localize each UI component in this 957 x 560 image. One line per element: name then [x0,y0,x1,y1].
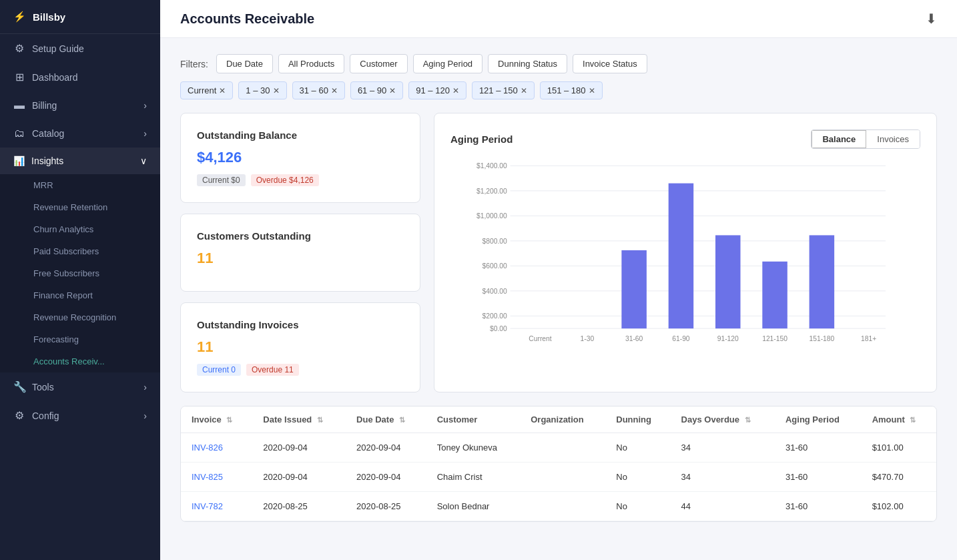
sidebar-item-insights[interactable]: 📊 Insights ∨ [0,148,160,174]
col-amount: Amount ⇅ [862,406,936,433]
remove-151-180-icon[interactable]: ✕ [589,86,595,95]
remove-1-30-icon[interactable]: ✕ [273,86,280,95]
filter-tag-31-60[interactable]: 31 – 60 ✕ [292,81,345,99]
col-due-date: Due Date ⇅ [346,406,426,433]
overdue-invoices-badge: Overdue 11 [246,364,299,376]
aging-period-cell: 31-60 [775,463,862,492]
sidebar-item-churn-analytics[interactable]: Churn Analytics [0,218,160,240]
sidebar-item-dashboard[interactable]: ⊞ Dashboard [0,63,160,91]
sort-icon[interactable]: ⇅ [226,416,232,424]
remove-61-90-icon[interactable]: ✕ [389,86,396,95]
tools-icon: 🔧 [13,380,25,393]
filter-tag-91-120[interactable]: 91 – 120 ✕ [408,81,466,99]
filter-customer[interactable]: Customer [350,54,407,73]
filter-tag-151-180[interactable]: 151 – 180 ✕ [540,81,603,99]
invoices-table: Invoice ⇅ Date Issued ⇅ Due Date ⇅ Cus [180,406,937,522]
remove-current-icon[interactable]: ✕ [219,86,226,95]
sidebar-item-revenue-retention[interactable]: Revenue Retention [0,196,160,218]
download-button[interactable]: ⬇ [926,11,937,27]
date-issued-cell: 2020-09-04 [252,463,346,492]
svg-text:181+: 181+ [861,335,876,342]
col-days-overdue: Days Overdue ⇅ [671,406,775,433]
svg-text:$1,400.00: $1,400.00 [476,162,507,170]
page-content: Filters: Due Date All Products Customer … [160,38,957,538]
toggle-balance-button[interactable]: Balance [812,130,866,148]
filter-dunning-status[interactable]: Dunning Status [488,54,567,73]
outstanding-invoices-footer: Current 0 Overdue 11 [197,364,404,376]
filter-tag-1-30[interactable]: 1 – 30 ✕ [238,81,286,99]
bar-chart-svg: $1,400.00 $1,200.00 $1,000.00 $800.00 $6… [450,160,920,360]
toggle-invoices-button[interactable]: Invoices [866,130,920,148]
overdue-badge: Overdue $4,126 [251,174,319,186]
invoice-link[interactable]: INV-826 [181,433,252,463]
app-name: Billsby [33,11,65,23]
invoice-link[interactable]: INV-782 [181,492,252,521]
table-row: INV-825 2020-09-04 2020-09-04 Chaim Cris… [181,463,936,492]
due-date-cell: 2020-08-25 [346,492,426,521]
chevron-right-icon: › [143,100,147,111]
sidebar-item-mrr[interactable]: MRR [0,174,160,196]
customer-cell: Chaim Crist [426,463,521,492]
sidebar-item-config[interactable]: ⚙ Config › [0,401,160,430]
chevron-right-icon: › [143,382,147,392]
sidebar-item-billing[interactable]: ▬ Billing › [0,91,160,119]
sub-item-label: MRR [33,180,53,190]
days-overdue-cell: 34 [671,433,775,463]
svg-text:$0.00: $0.00 [490,325,507,332]
dunning-cell: No [605,463,670,492]
dunning-cell: No [605,433,670,463]
sidebar-item-tools[interactable]: 🔧 Tools › [0,372,160,401]
remove-31-60-icon[interactable]: ✕ [331,86,338,95]
bar-chart: $1,400.00 $1,200.00 $1,000.00 $800.00 $6… [450,160,920,360]
sidebar-item-revenue-recognition[interactable]: Revenue Recognition [0,306,160,328]
remove-91-120-icon[interactable]: ✕ [452,86,459,95]
due-date-cell: 2020-09-04 [346,433,426,463]
svg-text:91-120: 91-120 [717,335,739,342]
table-row: INV-782 2020-08-25 2020-08-25 Solon Bedn… [181,492,936,521]
main-content: Accounts Receivable ⬇ Filters: Due Date … [160,0,957,560]
svg-text:$1,000.00: $1,000.00 [476,212,507,220]
table-row: INV-826 2020-09-04 2020-09-04 Toney Okun… [181,433,936,463]
cards-and-chart: Outstanding Balance $4,126 Current $0 Ov… [180,113,937,392]
filter-invoice-status[interactable]: Invoice Status [573,54,647,73]
filter-tag-61-90[interactable]: 61 – 90 ✕ [350,81,403,99]
insights-submenu: MRR Revenue Retention Churn Analytics Pa… [0,174,160,372]
date-issued-cell: 2020-08-25 [252,492,346,521]
sort-icon[interactable]: ⇅ [910,416,916,424]
sidebar-item-paid-subscribers[interactable]: Paid Subscribers [0,240,160,262]
organization-cell [520,492,605,521]
filter-tag-121-150[interactable]: 121 – 150 ✕ [472,81,535,99]
remove-121-150-icon[interactable]: ✕ [521,86,527,95]
customers-outstanding-value: 11 [197,250,404,267]
current-badge: Current $0 [197,174,246,186]
sort-icon[interactable]: ⇅ [399,416,405,424]
days-overdue-cell: 34 [671,463,775,492]
sort-icon[interactable]: ⇅ [317,416,323,424]
customers-outstanding-card: Customers Outstanding 11 [180,214,420,292]
table: Invoice ⇅ Date Issued ⇅ Due Date ⇅ Cus [181,406,936,521]
filters-label: Filters: [180,59,208,69]
svg-text:$600.00: $600.00 [483,262,507,270]
invoice-link[interactable]: INV-825 [181,463,252,492]
sidebar-item-accounts-receivable[interactable]: Accounts Receiv... [0,350,160,372]
sub-item-label: Finance Report [33,290,93,300]
sidebar-item-forecasting[interactable]: Forecasting [0,328,160,350]
filter-aging-period[interactable]: Aging Period [413,54,483,73]
filter-all-products[interactable]: All Products [278,54,344,73]
catalog-icon: 🗂 [13,127,25,139]
sort-icon[interactable]: ⇅ [745,416,751,424]
sidebar-item-finance-report[interactable]: Finance Report [0,284,160,306]
sidebar-item-free-subscribers[interactable]: Free Subscribers [0,262,160,284]
filter-tag-current[interactable]: Current ✕ [180,81,233,99]
outstanding-balance-footer: Current $0 Overdue $4,126 [197,174,404,186]
chart-title: Aging Period [450,133,513,145]
logo-icon: ⚡ [13,11,26,23]
filter-due-date[interactable]: Due Date [216,54,273,73]
col-customer: Customer [426,406,521,433]
sidebar-item-setup-guide[interactable]: ⚙ Setup Guide [0,34,160,63]
page-header: Accounts Receivable ⬇ [160,0,957,38]
outstanding-invoices-card: Outstanding Invoices 11 Current 0 Overdu… [180,302,420,392]
sidebar-item-catalog[interactable]: 🗂 Catalog › [0,119,160,148]
date-issued-cell: 2020-09-04 [252,433,346,463]
svg-rect-20 [715,235,741,328]
